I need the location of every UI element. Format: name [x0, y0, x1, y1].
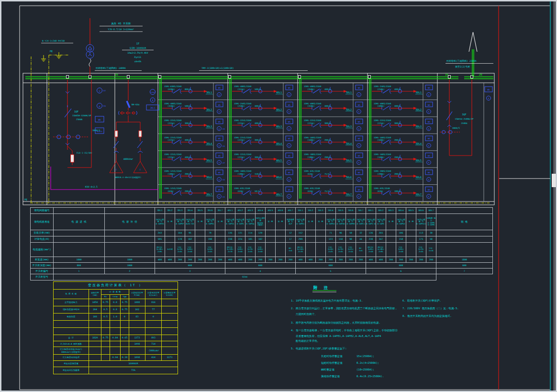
ct-ratio: 150/5: [255, 173, 261, 175]
breaker-model: 1SM1-100S/3340: [234, 170, 252, 172]
ct-ratio: 300/5: [255, 139, 261, 141]
circuit-kw-cell: 12: [286, 230, 296, 236]
ct-ratio: 200/5: [185, 190, 191, 192]
cell: [54, 208, 105, 214]
circuit-id-cell: 3DL3: [175, 208, 185, 214]
breaker-amp: (225A): [237, 122, 245, 124]
c: [129, 347, 145, 355]
circuit-kw-cell: [266, 230, 276, 236]
circuit-cable-cell: YJV- 3×50+ 2×25: [205, 243, 215, 257]
circuit-cable-cell: YJV- 3×95+ 2×50: [185, 243, 195, 257]
circuit-id-cell: 6DL5: [406, 208, 416, 214]
circuit-kw-cell: 136: [366, 230, 376, 236]
circuit-id-cell: 5DL2: [306, 208, 316, 214]
circuit-amp-cell: 123: [326, 236, 336, 243]
circuit-width-cell: 200: [185, 257, 195, 263]
circuit-use-cell: 1#办公楼电 力A-1AP3a: [245, 214, 256, 230]
note-item: 1. 10千伏系统主接线图及室外电力平面布置详见：电施-3.: [291, 299, 363, 303]
circuit-id: 5DL2: [346, 108, 352, 111]
ammeter-tag: X3: [103, 105, 106, 107]
circuit-width-cell: 200: [426, 257, 436, 263]
row-header: 安装功率(kW): [31, 230, 54, 236]
ct-ratio: 400/5: [324, 88, 331, 90]
enclosed-bus-label: 封闭母线(三相四线) 2400A: [96, 67, 126, 70]
breaker-amp: (160A): [307, 139, 315, 141]
ammeter-letter: A: [358, 128, 360, 130]
circuit-id: 3DL3: [206, 125, 212, 128]
circuit-amp-cell: 90: [346, 236, 356, 243]
ammeter-letter: A: [428, 128, 430, 130]
row-header: 开关柜型号: [31, 274, 54, 280]
main-breaker-id: 1QF: [74, 110, 78, 113]
c: [101, 341, 110, 347]
load-tg: 0.75: [121, 306, 129, 314]
wh-meter-label: Wh: [358, 87, 361, 89]
ct-ratio: 400/5: [255, 105, 261, 107]
scrollbar-thumb[interactable]: [552, 174, 557, 187]
bus-tap-node: [67, 76, 69, 78]
load-cos: 0.8: [110, 306, 121, 314]
breaker-amp: (400A): [377, 105, 385, 107]
note-item-right: 6. 联络柜开关(3QF)不带保护.: [402, 299, 441, 303]
circuit-cable-cell: [316, 243, 326, 257]
circuit-id: 3DL4: [206, 142, 212, 145]
breaker-amp: (225A): [237, 156, 245, 158]
ammeter-letter: A: [219, 111, 220, 113]
wh-meter-label: Wh: [428, 121, 431, 123]
breaker-model: 1SM1-180S/3340: [304, 153, 322, 156]
circuit-id-cell: 4DL1: [225, 208, 235, 214]
circuit-amp-cell: 150: [336, 236, 346, 243]
c: [89, 355, 101, 361]
load-q: [145, 321, 162, 328]
bus-tap-node: [127, 76, 130, 78]
ct-ratio: 200/5: [394, 139, 401, 141]
circuit-amp-cell: 17: [286, 236, 296, 243]
circuit-width-cell: 200: [276, 257, 286, 263]
breaker-model: 1SM1-250S/3340: [374, 85, 391, 88]
outgoing-arrow: [469, 32, 477, 52]
note-item-right: 7. 220/380V 低压系统图（二）见：电施-5.: [402, 307, 459, 311]
wh-meter-label: Wh: [428, 87, 431, 89]
circuit-use-cell: 备 用: [195, 214, 205, 230]
meter-tag: X3: [223, 179, 225, 181]
voltmeter-tag: X7: [103, 90, 106, 92]
cell: [436, 230, 493, 236]
circuit-amp-cell: [266, 236, 276, 243]
circuit-use-cell: 1#电梯 电力A-1AP6A-2AP6: [426, 214, 436, 230]
circuit-cable-cell: [406, 243, 416, 257]
wh-meter-label: Wh: [218, 104, 221, 106]
group-depth-cell: 600: [155, 263, 225, 269]
c: [162, 341, 178, 347]
source-cable-label: YJV-8.7/10 3×120mm²: [108, 28, 134, 31]
circuit-use-cell: 1#办公楼电 力A-1AP57: [175, 214, 185, 230]
circuit-use-cell: 1#办公楼电 力A-1APS11: [416, 214, 426, 230]
circuit-id: 3DL7: [206, 193, 212, 196]
circuit-width-cell: 400: [235, 257, 245, 263]
circuit-amp-cell: [316, 236, 326, 243]
main-breaker-model: 1SW45H-3200H/3P: [72, 114, 91, 117]
wh-meter-label: Wh: [98, 119, 101, 121]
breaker-model: 1SM1-225S/3340: [234, 136, 252, 139]
ammeter-letter: A: [289, 94, 290, 96]
circuit-width-cell: 200: [215, 257, 225, 263]
ammeter-letter: A: [289, 128, 290, 130]
wide-width-cell: 1800: [54, 257, 105, 263]
ammeter-letter: A: [358, 195, 360, 198]
note-item: 5. 电源进线柜开关(1QF,2QF)参数整定如下:: [291, 347, 347, 351]
group-depth-cell: 600: [296, 263, 366, 269]
transformer-voltage: 10±2×2.5%/0.4kV: [127, 52, 148, 54]
cap-fuse: [127, 101, 130, 108]
ammeter-letter: A: [428, 111, 430, 113]
cell: [105, 208, 155, 214]
circuit-amp-cell: [195, 236, 205, 243]
load-p: 102: [129, 306, 145, 314]
breaker-model: 1SM1-225S/3340: [234, 119, 252, 122]
breaker-model: 1SM1-225S/3340: [164, 136, 182, 139]
h-power: 设备功率(kW): [89, 290, 101, 299]
capacitor-delta: [134, 161, 147, 173]
h-s: 计算视在功率S(kVA): [162, 290, 178, 299]
breaker-amp: (100A): [237, 173, 245, 175]
circuit-id: 4DL2: [276, 108, 282, 111]
circuit-kw-cell: 30: [426, 230, 436, 236]
bus-2N-label: 2N: [479, 73, 482, 76]
